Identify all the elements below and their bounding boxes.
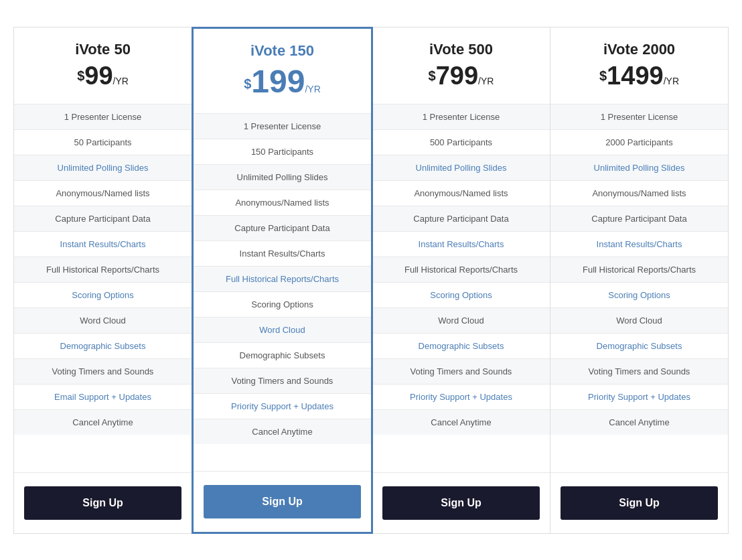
signup-button-ivote500[interactable]: Sign Up [382, 486, 540, 520]
feature-row: Word Cloud [550, 307, 728, 333]
feature-row: Voting Timers and Sounds [194, 368, 371, 393]
feature-row: Anonymous/Named lists [550, 180, 728, 206]
feature-row: Scoring Options [194, 291, 371, 317]
signup-button-ivote50[interactable]: Sign Up [24, 486, 181, 520]
feature-row: Anonymous/Named lists [194, 190, 371, 215]
features-list-ivote500: 1 Presenter License500 ParticipantsUnlim… [372, 104, 550, 445]
feature-row: Demographic Subsets [372, 333, 550, 358]
feature-row: Priority Support + Updates [550, 384, 728, 409]
plan-col-ivote500: iVote 500$799/YR1 Presenter License500 P… [372, 27, 550, 533]
plan-footer-ivote2000: Sign Up [550, 472, 728, 533]
feature-row: Unlimited Polling Slides [14, 155, 192, 180]
plan-footer-ivote50: Sign Up [14, 472, 192, 533]
plan-col-ivote150: iVote 150$199/YR1 Presenter License150 P… [192, 27, 373, 534]
plan-col-ivote2000: iVote 2000$1499/YR1 Presenter License200… [550, 27, 728, 533]
feature-row: 1 Presenter License [14, 104, 192, 129]
feature-row: Full Historical Reports/Charts [550, 257, 728, 282]
feature-row: Full Historical Reports/Charts [14, 257, 192, 282]
plan-header-ivote50: iVote 50$99/YR [14, 27, 192, 104]
feature-row: Scoring Options [372, 282, 550, 307]
feature-row: Scoring Options [550, 282, 728, 307]
features-list-ivote150: 1 Presenter License150 ParticipantsUnlim… [194, 113, 371, 444]
plan-footer-ivote150: Sign Up [194, 471, 371, 532]
plan-name-ivote500: iVote 500 [382, 41, 540, 58]
feature-row: Instant Results/Charts [194, 240, 371, 266]
feature-row: Capture Participant Data [372, 206, 550, 231]
feature-row: 1 Presenter License [372, 104, 550, 129]
feature-row: Unlimited Polling Slides [194, 164, 371, 190]
plan-name-ivote50: iVote 50 [24, 41, 181, 58]
feature-row: Priority Support + Updates [372, 384, 550, 409]
feature-row: 1 Presenter License [194, 113, 371, 139]
plan-price-ivote2000: $1499/YR [561, 62, 718, 90]
plan-price-ivote50: $99/YR [24, 62, 181, 90]
feature-row: Anonymous/Named lists [14, 180, 192, 206]
plan-name-ivote2000: iVote 2000 [561, 41, 718, 58]
feature-row: Full Historical Reports/Charts [194, 266, 371, 291]
feature-row: Cancel Anytime [14, 409, 192, 435]
signup-button-ivote2000[interactable]: Sign Up [561, 486, 718, 520]
signup-button-ivote150[interactable]: Sign Up [204, 485, 361, 518]
feature-row: Voting Timers and Sounds [14, 358, 192, 384]
feature-row: Cancel Anytime [194, 419, 371, 444]
feature-row: Instant Results/Charts [550, 231, 728, 257]
features-list-ivote2000: 1 Presenter License2000 ParticipantsUnli… [550, 104, 728, 445]
feature-row: Email Support + Updates [14, 384, 192, 409]
feature-row: 1 Presenter License [550, 104, 728, 129]
feature-row: Unlimited Polling Slides [372, 155, 550, 180]
feature-row: 50 Participants [14, 129, 192, 155]
plan-col-ivote50: iVote 50$99/YR1 Presenter License50 Part… [14, 27, 192, 533]
feature-row: Demographic Subsets [194, 342, 371, 368]
feature-row: Unlimited Polling Slides [550, 155, 728, 180]
pricing-table: iVote 50$99/YR1 Presenter License50 Part… [13, 27, 729, 534]
plan-name-ivote150: iVote 150 [204, 42, 361, 60]
feature-row: Scoring Options [14, 282, 192, 307]
feature-row: Priority Support + Updates [194, 393, 371, 419]
feature-row: 2000 Participants [550, 129, 728, 155]
plan-header-ivote2000: iVote 2000$1499/YR [550, 27, 728, 104]
features-list-ivote50: 1 Presenter License50 ParticipantsUnlimi… [14, 104, 192, 445]
plan-header-ivote500: iVote 500$799/YR [372, 27, 550, 104]
plan-price-ivote150: $199/YR [204, 63, 361, 100]
feature-row: Word Cloud [372, 307, 550, 333]
feature-row: 150 Participants [194, 139, 371, 164]
feature-row: Word Cloud [14, 307, 192, 333]
feature-row: 500 Participants [372, 129, 550, 155]
feature-row: Instant Results/Charts [14, 231, 192, 257]
feature-row: Cancel Anytime [372, 409, 550, 435]
feature-row: Word Cloud [194, 317, 371, 342]
feature-row: Cancel Anytime [550, 409, 728, 435]
feature-row: Full Historical Reports/Charts [372, 257, 550, 282]
feature-row: Capture Participant Data [550, 206, 728, 231]
feature-row: Demographic Subsets [550, 333, 728, 358]
plan-footer-ivote500: Sign Up [372, 472, 550, 533]
feature-row: Capture Participant Data [14, 206, 192, 231]
feature-row: Voting Timers and Sounds [550, 358, 728, 384]
feature-row: Instant Results/Charts [372, 231, 550, 257]
feature-row: Anonymous/Named lists [372, 180, 550, 206]
feature-row: Voting Timers and Sounds [372, 358, 550, 384]
feature-row: Demographic Subsets [14, 333, 192, 358]
plan-header-ivote150: iVote 150$199/YR [194, 29, 371, 113]
feature-row: Capture Participant Data [194, 215, 371, 240]
plan-price-ivote500: $799/YR [382, 62, 540, 90]
